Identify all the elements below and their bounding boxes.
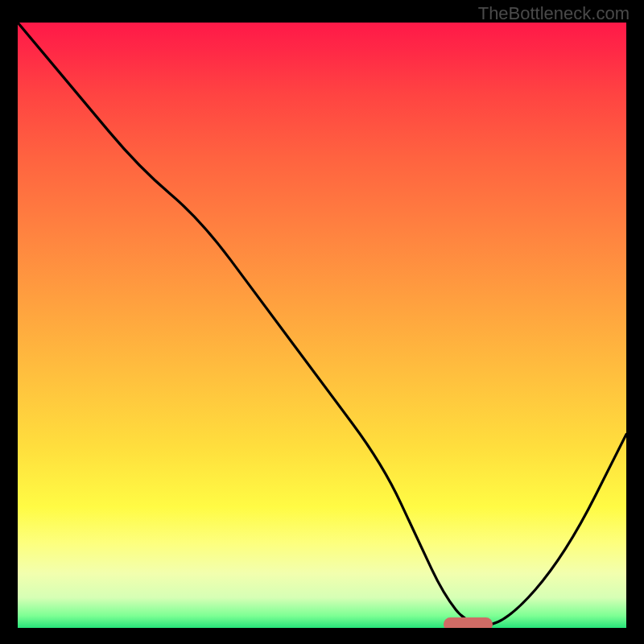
bottleneck-curve-line — [18, 23, 626, 625]
watermark-text: TheBottleneck.com — [478, 3, 630, 24]
curve-svg — [18, 23, 626, 628]
plot-area — [18, 23, 626, 628]
optimal-marker — [444, 617, 492, 628]
